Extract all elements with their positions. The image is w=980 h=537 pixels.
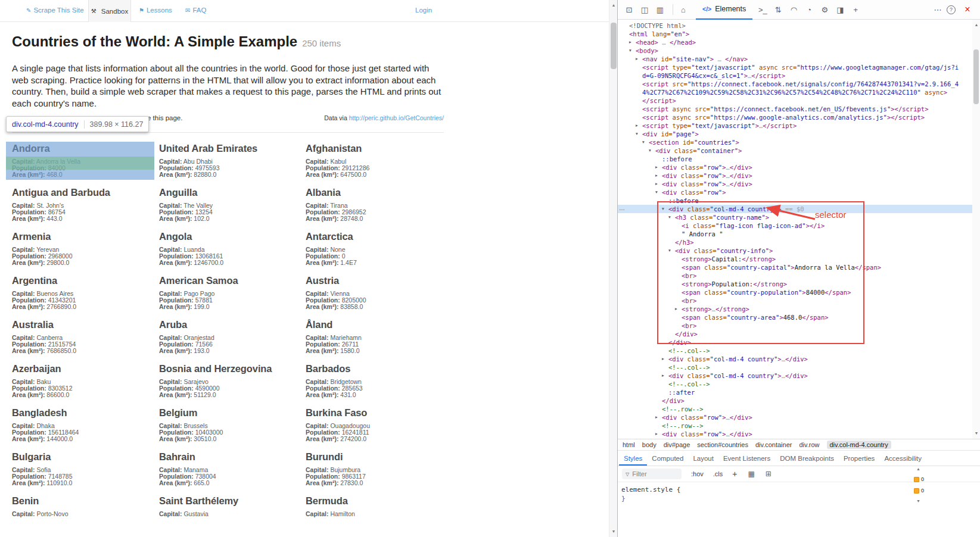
dom-tree-line[interactable]: ▸<div class="row">…</div> xyxy=(618,163,973,171)
dom-tree-line[interactable]: <span class="country-population">84000</… xyxy=(618,288,973,296)
dom-tree-line[interactable]: ▸<nav id="site-nav"> … </nav> xyxy=(618,55,973,63)
breadcrumb-item[interactable]: div.col-md-4.country xyxy=(827,441,891,449)
dom-tree-line[interactable]: <script type="text/javascript" async src… xyxy=(618,63,973,71)
collapse-arrow-icon[interactable]: ▾ xyxy=(629,46,631,55)
breadcrumb-item[interactable]: div#page xyxy=(664,441,690,448)
breadcrumb-item[interactable]: section#countries xyxy=(697,441,748,448)
dom-tree-line[interactable]: ▾<div class="country-info"> xyxy=(618,246,973,255)
expand-arrow-icon[interactable]: ▸ xyxy=(636,121,638,130)
dom-tree-line[interactable]: ▾<h3 class="country-name"> xyxy=(618,213,973,221)
dom-tree-line[interactable]: ▸<div class="row">…</div> xyxy=(618,171,973,180)
dom-tree-line[interactable]: ▸<div class="row">…</div> xyxy=(618,180,973,188)
styles-tab-styles[interactable]: Styles xyxy=(619,451,647,466)
dom-tree-line[interactable]: </script> xyxy=(618,96,973,105)
dom-tree-line[interactable]: <!--.col--> xyxy=(618,346,973,355)
styles-tab-dom-breakpoints[interactable]: DOM Breakpoints xyxy=(775,451,839,466)
styles-tab-layout[interactable]: Layout xyxy=(688,451,718,466)
expand-arrow-icon[interactable]: ▸ xyxy=(655,180,658,188)
dom-tree-line[interactable]: ▸<div class="row">…</div> xyxy=(618,430,973,438)
collapse-arrow-icon[interactable]: ▾ xyxy=(662,205,664,213)
dom-tree-line[interactable]: <!--.col--> xyxy=(618,363,973,371)
scrollbar-thumb[interactable] xyxy=(973,49,979,104)
add-tools-icon[interactable]: + xyxy=(849,3,862,16)
styles-tab-accessibility[interactable]: Accessibility xyxy=(879,451,926,466)
device-toolbar-icon[interactable]: ◫ xyxy=(638,3,651,16)
network-conditions-icon[interactable]: ⇅ xyxy=(771,3,785,16)
dom-tree-line[interactable]: ::before xyxy=(618,196,973,205)
dom-tree-line[interactable]: <span class="country-area">468.0</span> xyxy=(618,313,973,321)
network-icon[interactable]: ◠ xyxy=(787,3,800,16)
breadcrumb-item[interactable]: div.container xyxy=(755,441,792,448)
expand-arrow-icon[interactable]: ▸ xyxy=(655,163,658,171)
dom-tree-line[interactable]: <!DOCTYPE html> xyxy=(618,21,973,30)
dom-tree-line[interactable]: <script async src="https://www.google-an… xyxy=(618,113,973,121)
data-source-link[interactable]: http://peric.github.io/GetCountries/ xyxy=(349,114,444,121)
dom-tree-line[interactable]: ▸<div class="col-md-4 country">…</div> xyxy=(618,355,973,363)
scroll-down-icon[interactable]: ▼ xyxy=(916,499,932,503)
performance-icon[interactable]: ◔ xyxy=(802,3,816,16)
dom-tree-line[interactable]: ▾<div class="col-md-4 country"> == $0 xyxy=(618,205,973,213)
dom-tree-line[interactable]: ▸<script type="text/javascript">…</scrip… xyxy=(618,121,973,130)
dom-tree-line[interactable]: ▸<strong>…</strong> xyxy=(618,305,973,313)
dom-tree-line[interactable]: <strong>Population:</strong> xyxy=(618,280,973,288)
dom-tree-line[interactable]: <script src="https://connect.facebook.ne… xyxy=(618,80,973,88)
expand-arrow-icon[interactable]: ▸ xyxy=(662,355,664,363)
collapse-arrow-icon[interactable]: ▾ xyxy=(642,138,645,146)
dom-tree-line[interactable]: ▾<body> xyxy=(618,46,973,55)
filter-input[interactable]: ▽ Filter xyxy=(622,469,682,479)
styles-tab-properties[interactable]: Properties xyxy=(839,451,879,466)
dom-tree-line[interactable]: <i class="flag-icon flag-icon-ad"></i> xyxy=(618,221,973,230)
expand-arrow-icon[interactable]: ▸ xyxy=(655,430,658,438)
dom-tree-line[interactable]: 4%2C77%2C67%2C109%2C59%2C58%2C31%2C96%2C… xyxy=(618,88,973,96)
inspect-element-icon[interactable]: ⊡ xyxy=(623,3,636,16)
breadcrumb-item[interactable]: div.row xyxy=(799,441,819,448)
dom-tree-line[interactable]: ::after xyxy=(618,388,973,396)
dom-tree-line[interactable]: ▸<head> … </head> xyxy=(618,38,973,46)
dom-tree-line[interactable]: <br> xyxy=(618,321,973,330)
dom-tree-line[interactable]: <strong>Capital:</strong> xyxy=(618,255,973,263)
styles-tab-computed[interactable]: Computed xyxy=(647,451,688,466)
styles-tab-event-listeners[interactable]: Event Listeners xyxy=(718,451,775,466)
nav-tab-lessons[interactable]: ⚑Lessons xyxy=(139,7,172,14)
dom-tree-line[interactable]: ▸<div class="row">…</div> xyxy=(618,413,973,422)
collapse-arrow-icon[interactable]: ▾ xyxy=(668,213,671,221)
settings-gear-icon[interactable]: ⚙ xyxy=(818,3,831,16)
pseudo-state-toggle[interactable]: :hov xyxy=(691,470,704,477)
nav-tab-faq[interactable]: ✉FAQ xyxy=(185,7,206,14)
dom-tree-line[interactable]: ▸<div class="col-md-4 country">…</div> xyxy=(618,371,973,380)
element-class-toggle[interactable]: .cls xyxy=(713,470,723,477)
collapse-arrow-icon[interactable]: ▾ xyxy=(649,146,651,155)
dom-tree-line[interactable]: </h3> xyxy=(618,238,973,246)
dom-tree-line[interactable]: ▾<div class="container"> xyxy=(618,146,973,155)
expand-arrow-icon[interactable]: ▸ xyxy=(662,371,664,380)
dom-tree-line[interactable]: ▾<div class="row"> xyxy=(618,188,973,196)
scroll-down-icon[interactable]: ▼ xyxy=(972,429,980,438)
breadcrumb-item[interactable]: html xyxy=(623,441,635,448)
expand-arrow-icon[interactable]: ▸ xyxy=(655,413,658,422)
dom-tree-line[interactable]: ::before xyxy=(618,155,973,163)
dom-tree-line[interactable]: ▾<div id="page"> xyxy=(618,130,973,138)
dom-tree-line[interactable]: " Andorra " xyxy=(618,230,973,238)
devtools-scrollbar[interactable]: ▲ ▼ xyxy=(972,20,980,439)
new-style-rule-icon[interactable]: + xyxy=(732,469,737,479)
dock-side-icon[interactable]: ◨ xyxy=(833,3,847,16)
dom-tree-line[interactable]: <!--.row--> xyxy=(618,422,973,430)
grid-icon[interactable]: ▦ xyxy=(748,470,754,478)
console-icon[interactable]: >_ xyxy=(756,3,769,16)
dom-tree-line[interactable]: </div> xyxy=(618,338,973,346)
node-more-actions-icon[interactable]: … xyxy=(619,205,625,211)
collapse-arrow-icon[interactable]: ▾ xyxy=(655,188,658,196)
scrollbar-thumb[interactable] xyxy=(611,23,617,69)
dom-tree-line[interactable]: d=G-09N5RQCFG4&cx=c&_slc=1">…</script> xyxy=(618,71,973,80)
expand-arrow-icon[interactable]: ▸ xyxy=(629,38,631,46)
dual-screen-icon[interactable]: ▥ xyxy=(654,3,667,16)
dom-tree-line[interactable]: <html lang="en"> xyxy=(618,30,973,38)
nav-brand-link[interactable]: ✎Scrape This Site xyxy=(26,7,84,14)
page-scrollbar[interactable]: ▲ ▼ xyxy=(609,0,617,537)
dom-tree-line[interactable]: </div> xyxy=(618,330,973,338)
tab-elements[interactable]: </> Elements xyxy=(696,0,752,20)
more-options-icon[interactable]: ⋯ xyxy=(931,3,944,16)
dom-tree-line[interactable]: <!--.row--> xyxy=(618,405,973,413)
dom-tree-line[interactable]: <br> xyxy=(618,271,973,280)
expand-arrow-icon[interactable]: ▸ xyxy=(636,55,638,63)
